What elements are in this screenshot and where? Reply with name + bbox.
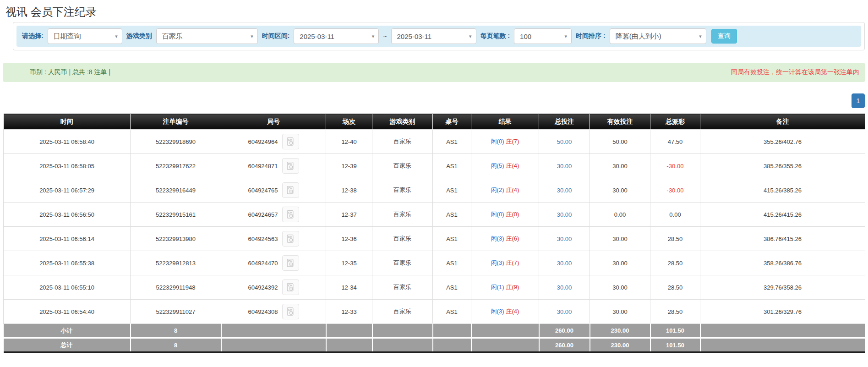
round-cell: 604924657: [221, 203, 326, 227]
bet-id-cell: 522329911027: [131, 300, 221, 324]
query-type-select[interactable]: 日期查询 ▾: [48, 28, 122, 44]
session-cell: 12-37: [326, 203, 372, 227]
round-id: 604924470: [248, 260, 278, 267]
subtotal-total-bet: 260.00: [539, 324, 590, 338]
total-bet-link[interactable]: 50.00: [557, 138, 572, 145]
result-player: 闲(2): [491, 186, 504, 193]
round-id: 604924871: [248, 163, 278, 170]
game-type-value: 百家乐: [162, 32, 183, 41]
round-cell: 604924308: [221, 300, 326, 324]
date-to-value: 2025-03-11: [397, 33, 432, 40]
total-bet-link[interactable]: 30.00: [557, 211, 572, 218]
column-header: 备注: [700, 114, 865, 130]
game-type-cell: 百家乐: [372, 178, 433, 203]
total-bet-link[interactable]: 30.00: [557, 163, 572, 170]
result-cell: 闲(0)庄(7): [471, 130, 539, 154]
table-row: 2025-03-11 06:58:40522329918690604924964…: [4, 130, 865, 154]
total-bet-cell: 50.00: [539, 130, 590, 154]
video-record-icon: [286, 161, 295, 170]
session-cell: 12-38: [326, 178, 372, 203]
column-header: 注单编号: [131, 114, 221, 130]
time-cell: 2025-03-11 06:55:38: [4, 251, 131, 275]
table-row: 2025-03-11 06:55:10522329911948604924392…: [4, 275, 865, 300]
round-id: 604924657: [248, 211, 278, 218]
video-record-icon: [286, 137, 295, 146]
total-bet-cell: 30.00: [539, 203, 590, 227]
valid-bet-cell: 50.00: [590, 130, 650, 154]
video-record-button[interactable]: [282, 279, 299, 295]
date-to-select[interactable]: 2025-03-11 ▾: [391, 28, 476, 44]
time-cell: 2025-03-11 06:54:40: [4, 300, 131, 324]
result-cell: 闲(0)庄(0): [471, 203, 539, 227]
summary-info: 币别 : 人民币 | 总共 :8 注单 |: [30, 68, 110, 77]
valid-bet-cell: 30.00: [590, 178, 650, 203]
session-cell: 12-34: [326, 275, 372, 300]
remark-cell: 415.26/415.26: [700, 203, 865, 227]
column-header: 总派彩: [650, 114, 700, 130]
result-banker: 庄(9): [506, 284, 519, 290]
payout-cell: 28.50: [650, 227, 700, 251]
select-type-label: 请选择:: [22, 32, 44, 40]
result-cell: 闲(5)庄(4): [471, 154, 539, 178]
result-cell: 闲(3)庄(6): [471, 227, 539, 251]
remark-cell: 385.26/355.26: [700, 154, 865, 178]
table-no-cell: AS1: [433, 203, 471, 227]
table-row: 2025-03-11 06:57:29522329916449604924765…: [4, 178, 865, 203]
result-banker: 庄(4): [506, 186, 519, 193]
result-banker: 庄(7): [506, 138, 519, 145]
page-title: 视讯 会员下注纪录: [5, 5, 865, 19]
total-bet-cell: 30.00: [539, 178, 590, 203]
filter-bar: 请选择: 日期查询 ▾ 游戏类别 百家乐 ▾ 时间区间: 2025-03-11 …: [16, 26, 861, 47]
video-record-button[interactable]: [282, 207, 299, 222]
session-cell: 12-35: [326, 251, 372, 275]
payout-cell: 0.00: [650, 203, 700, 227]
video-record-button[interactable]: [282, 304, 299, 319]
round-id: 604924308: [248, 308, 278, 315]
video-record-button[interactable]: [282, 158, 299, 174]
remark-cell: 415.26/385.26: [700, 178, 865, 203]
search-button[interactable]: 查询: [711, 29, 737, 44]
result-banker: 庄(0): [506, 211, 519, 218]
bet-id-cell: 522329916449: [131, 178, 221, 203]
result-player: 闲(1): [491, 284, 504, 290]
remark-cell: 329.76/358.26: [700, 275, 865, 300]
video-record-icon: [286, 234, 295, 243]
result-cell: 闲(3)庄(7): [471, 251, 539, 275]
date-from-select[interactable]: 2025-03-11 ▾: [294, 28, 379, 44]
table-row: 2025-03-11 06:55:38522329912813604924470…: [4, 251, 865, 275]
valid-bet-cell: 30.00: [590, 275, 650, 300]
total-bet-cell: 30.00: [539, 275, 590, 300]
game-type-select[interactable]: 百家乐 ▾: [156, 28, 258, 44]
table-no-cell: AS1: [433, 130, 471, 154]
caret-down-icon: ▾: [251, 33, 253, 39]
bet-id-cell: 522329913980: [131, 227, 221, 251]
result-cell: 闲(1)庄(9): [471, 275, 539, 300]
video-record-button[interactable]: [282, 255, 299, 271]
game-type-cell: 百家乐: [372, 154, 433, 178]
session-cell: 12-40: [326, 130, 372, 154]
video-record-button[interactable]: [282, 231, 299, 246]
column-header: 总投注: [539, 114, 590, 130]
total-label: 总计: [4, 338, 131, 352]
total-count: 8: [131, 338, 221, 352]
query-type-value: 日期查询: [54, 32, 81, 41]
page-1-button[interactable]: 1: [852, 93, 865, 108]
total-bet-link[interactable]: 30.00: [557, 236, 572, 242]
game-type-cell: 百家乐: [372, 130, 433, 154]
game-type-label: 游戏类别: [126, 32, 152, 40]
video-record-button[interactable]: [282, 182, 299, 198]
result-banker: 庄(6): [506, 235, 519, 242]
time-sort-select[interactable]: 降冪(由大到小) ▾: [610, 28, 706, 44]
total-bet-link[interactable]: 30.00: [557, 187, 572, 194]
result-player: 闲(3): [491, 259, 504, 266]
total-bet-link[interactable]: 30.00: [557, 308, 572, 315]
total-bet-link[interactable]: 30.00: [557, 260, 572, 267]
payout-cell: -30.00: [650, 154, 700, 178]
video-record-icon: [286, 307, 295, 316]
bet-id-cell: 522329917622: [131, 154, 221, 178]
video-record-button[interactable]: [282, 134, 299, 149]
video-record-icon: [286, 283, 295, 292]
total-bet-link[interactable]: 30.00: [557, 284, 572, 291]
valid-bet-cell: 30.00: [590, 227, 650, 251]
page-size-select[interactable]: 100 ▾: [514, 28, 572, 44]
